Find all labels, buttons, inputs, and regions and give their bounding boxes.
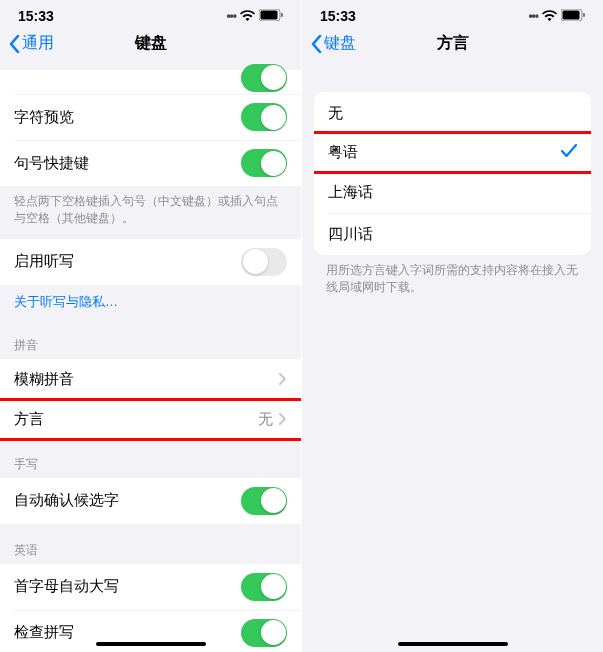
row-label: 启用听写 (14, 252, 74, 271)
chevron-left-icon (310, 35, 322, 53)
screen-dialect-select: 15:33 ••• 键盘 方言 无 粤语 (302, 0, 603, 652)
checkmark-icon (561, 144, 577, 161)
nav-bar: 键盘 方言 (302, 26, 603, 62)
wifi-icon (542, 8, 557, 24)
option-label: 粤语 (328, 143, 358, 162)
content-scroll[interactable]: 无 粤语 上海话 四川话 用所选方言键入字词所需的支持内容将在接入无线局域网时下… (302, 62, 603, 652)
back-button[interactable]: 通用 (8, 33, 54, 54)
battery-icon (259, 8, 283, 24)
group-pinyin: 模糊拼音 方言 无 (0, 359, 301, 441)
nav-title: 方言 (437, 33, 469, 54)
option-label: 四川话 (328, 225, 373, 244)
section-header-handwrite: 手写 (0, 438, 301, 478)
row-fuzzy-pinyin[interactable]: 模糊拼音 (0, 359, 301, 401)
back-label: 键盘 (324, 33, 356, 54)
row-label: 方言 (14, 410, 44, 429)
row-auto-confirm[interactable]: 自动确认候选字 (0, 478, 301, 524)
option-none[interactable]: 无 (314, 92, 591, 134)
row-value: 无 (258, 410, 273, 429)
battery-icon (561, 8, 585, 24)
toggle-switch[interactable] (241, 248, 287, 276)
svg-rect-4 (563, 11, 580, 20)
toggle-switch[interactable] (241, 64, 287, 92)
wifi-icon (240, 8, 255, 24)
content-scroll[interactable]: 字符预览 句号快捷键 轻点两下空格键插入句号（中文键盘）或插入句点与空格（其他键… (0, 62, 301, 652)
option-label: 上海话 (328, 183, 373, 202)
status-bar: 15:33 ••• (0, 6, 301, 26)
toggle-switch[interactable] (241, 573, 287, 601)
toggle-switch[interactable] (241, 619, 287, 647)
back-button[interactable]: 键盘 (310, 33, 356, 54)
group-handwrite: 自动确认候选字 (0, 478, 301, 524)
row-label: 句号快捷键 (14, 154, 89, 173)
section-header-pinyin: 拼音 (0, 319, 301, 359)
row-label: 模糊拼音 (14, 370, 74, 389)
group-dictation: 启用听写 (0, 239, 301, 285)
option-label: 无 (328, 104, 343, 123)
row-char-preview[interactable]: 字符预览 (0, 94, 301, 140)
status-right: ••• (226, 8, 283, 24)
signal-dots-icon: ••• (226, 9, 236, 23)
chevron-right-icon (279, 411, 287, 428)
option-cantonese[interactable]: 粤语 (314, 131, 591, 174)
svg-rect-1 (261, 11, 278, 20)
status-time: 15:33 (18, 8, 54, 24)
toggle-switch[interactable] (241, 149, 287, 177)
row-dialect[interactable]: 方言 无 (0, 398, 301, 441)
row-label: 首字母自动大写 (14, 577, 119, 596)
group-english: 首字母自动大写 检查拼写 输入预测 滑行键入时逐词删除 (0, 564, 301, 652)
nav-bar: 通用 键盘 (0, 26, 301, 62)
row-label: 自动确认候选字 (14, 491, 119, 510)
back-label: 通用 (22, 33, 54, 54)
group-basic: 字符预览 句号快捷键 (0, 70, 301, 186)
status-bar: 15:33 ••• (302, 6, 603, 26)
svg-rect-5 (583, 13, 585, 17)
home-indicator[interactable] (398, 642, 508, 646)
row-partial[interactable] (0, 70, 301, 94)
chevron-left-icon (8, 35, 20, 53)
nav-title: 键盘 (135, 33, 167, 54)
row-period-shortcut[interactable]: 句号快捷键 (0, 140, 301, 186)
row-auto-caps[interactable]: 首字母自动大写 (0, 564, 301, 610)
toggle-switch[interactable] (241, 487, 287, 515)
toggle-switch[interactable] (241, 103, 287, 131)
option-sichuanese[interactable]: 四川话 (314, 213, 591, 255)
chevron-right-icon (279, 371, 287, 388)
dictation-privacy-link[interactable]: 关于听写与隐私… (0, 285, 301, 319)
row-label: 检查拼写 (14, 623, 74, 642)
section-header-english: 英语 (0, 524, 301, 564)
footer-text: 轻点两下空格键插入句号（中文键盘）或插入句点与空格（其他键盘）。 (0, 186, 301, 229)
home-indicator[interactable] (96, 642, 206, 646)
screen-keyboard-settings: 15:33 ••• 通用 键盘 字符预览 (0, 0, 301, 652)
row-enable-dictation[interactable]: 启用听写 (0, 239, 301, 285)
footer-text: 用所选方言键入字词所需的支持内容将在接入无线局域网时下载。 (302, 255, 603, 298)
svg-rect-2 (281, 13, 283, 17)
signal-dots-icon: ••• (528, 9, 538, 23)
status-right: ••• (528, 8, 585, 24)
status-time: 15:33 (320, 8, 356, 24)
group-dialects: 无 粤语 上海话 四川话 (314, 92, 591, 255)
row-label: 字符预览 (14, 108, 74, 127)
option-shanghainese[interactable]: 上海话 (314, 171, 591, 213)
